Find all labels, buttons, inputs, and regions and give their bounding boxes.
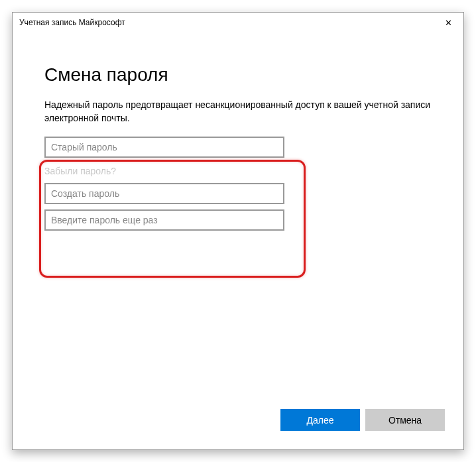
confirm-password-input[interactable] bbox=[44, 209, 284, 231]
password-form: Забыли пароль? bbox=[44, 137, 284, 236]
dialog-window: Учетная запись Майкрософт ✕ Смена пароля… bbox=[12, 12, 464, 450]
footer-buttons: Далее Отмена bbox=[280, 409, 445, 431]
next-button[interactable]: Далее bbox=[280, 409, 360, 431]
content-area: Смена пароля Надежный пароль предотвраща… bbox=[13, 32, 463, 236]
page-heading: Смена пароля bbox=[44, 64, 432, 86]
titlebar: Учетная запись Майкрософт ✕ bbox=[13, 13, 463, 32]
new-password-input[interactable] bbox=[44, 183, 284, 204]
window-title: Учетная запись Майкрософт bbox=[19, 18, 125, 27]
close-icon: ✕ bbox=[445, 18, 452, 28]
cancel-button[interactable]: Отмена bbox=[365, 409, 445, 431]
forgot-password-link[interactable]: Забыли пароль? bbox=[44, 166, 116, 176]
page-description: Надежный пароль предотвращает несанкцион… bbox=[44, 99, 432, 125]
close-button[interactable]: ✕ bbox=[434, 13, 463, 32]
old-password-input[interactable] bbox=[44, 137, 284, 158]
